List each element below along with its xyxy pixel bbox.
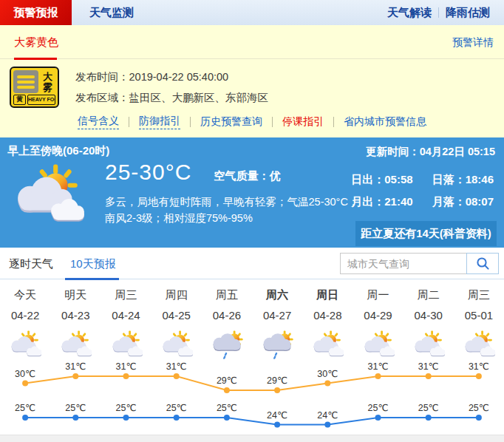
svg-text:25℃: 25℃ [166, 403, 187, 413]
forecast-date: 04-28 [302, 309, 353, 322]
tab-weather-monitor[interactable]: 天气监测 [72, 0, 151, 25]
moonset-time: 月落：08:07 [432, 195, 494, 209]
forecast-tab-row: 逐时天气 10天预报 [0, 248, 504, 279]
city-weather-search [340, 253, 499, 274]
warning-tab-row: 大雾黄色 预警详情 [0, 25, 504, 59]
tab-fog-yellow-warning[interactable]: 大雾黄色 [14, 35, 58, 50]
top-nav-bar: 预警预报 天气监测 天气解读 降雨估测 [0, 0, 504, 25]
svg-text:29℃: 29℃ [267, 375, 287, 386]
svg-text:31℃: 31℃ [116, 362, 137, 372]
weather-icon [462, 330, 496, 359]
svg-text:25℃: 25℃ [469, 403, 489, 413]
forecast-period-label: 早上至傍晚(06-20时) [7, 144, 109, 158]
publish-area-value: 盐田区、大鹏新区、东部海区 [129, 92, 269, 103]
link-province-warning-info[interactable]: 省内城市预警信息 [344, 115, 426, 129]
svg-text:24℃: 24℃ [317, 410, 338, 421]
weather-icon [260, 330, 294, 359]
current-weather-section: 早上至傍晚(06-20时) 更新时间：04月22日 05:15 25-30°C … [0, 137, 504, 248]
svg-text:31℃: 31℃ [469, 362, 489, 372]
forecast-day: 周四 [151, 288, 202, 302]
warning-info: 发布时间：2019-04-22 05:40:00 发布区域：盐田区、大鹏新区、东… [75, 67, 268, 108]
svg-text:25℃: 25℃ [217, 403, 237, 413]
weather-icon [58, 330, 92, 359]
update-time: 更新时间：04月22日 05:15 [366, 145, 495, 159]
fog-en-label: HEAVY FOG [27, 95, 55, 105]
sun-moon-times: 日出：05:58 日落：18:46 月出：21:40 月落：08:07 [351, 173, 494, 209]
nav-right-links: 天气解读 降雨估测 [381, 0, 497, 25]
active-tab-underline [65, 278, 119, 280]
tab-warning-forecast-label: 预警预报 [14, 6, 58, 20]
temperature-line-chart: 30℃31℃31℃31℃29℃29℃30℃31℃31℃31℃25℃25℃25℃2… [0, 362, 504, 435]
forecast-date: 04-27 [252, 309, 302, 322]
publish-time-line: 发布时间：2019-04-22 05:40:00 [75, 67, 268, 87]
forecast-icons [0, 327, 504, 361]
svg-text:31℃: 31℃ [65, 362, 86, 372]
tab-ten-day-forecast[interactable]: 10天预报 [70, 257, 116, 271]
forecast-date: 04-23 [50, 309, 101, 322]
weather-description-line1: 多云，局地有短时阵雨，早晚有轻雾；气温25-30°C； [105, 194, 358, 210]
link-history-query[interactable]: 历史预警查询 [200, 115, 262, 129]
air-quality-value: 优 [269, 169, 280, 182]
forecast-day: 周一 [353, 288, 403, 302]
warning-section: 大雾黄色 预警详情 大雾 黄 HEAVY FOG 发布时间：2019-04-22… [0, 25, 504, 137]
link-class-suspension[interactable]: 停课指引 [282, 115, 324, 129]
fog-cn-label: 大雾 [40, 70, 55, 93]
forecast-date: 04-29 [353, 309, 403, 322]
temp-row: 25-30°C 空气质量：优 [105, 160, 280, 185]
search-input[interactable] [340, 253, 467, 274]
weather-icon [109, 330, 143, 359]
active-tab-underline [14, 58, 57, 60]
sunrise-time: 日出：05:58 [351, 173, 412, 187]
fog-level-label: 黄 [13, 95, 26, 105]
link-rain-estimate[interactable]: 降雨估测 [439, 6, 497, 20]
solar-term-note-button[interactable]: 距立夏还有14天(科普资料) [355, 221, 497, 246]
svg-text:31℃: 31℃ [418, 362, 439, 372]
forecast-date: 05-01 [454, 309, 504, 322]
bottom-divider-strip [0, 435, 504, 442]
forecast-date: 04-24 [101, 309, 151, 322]
search-button[interactable] [466, 253, 499, 274]
publish-time-value: 2019-04-22 05:40:00 [129, 71, 229, 83]
forecast-day: 周三 [101, 288, 151, 302]
link-defense-guide[interactable]: 防御指引 [139, 115, 180, 129]
forecast-day: 明天 [50, 288, 101, 302]
svg-text:25℃: 25℃ [418, 403, 439, 413]
svg-text:25℃: 25℃ [116, 403, 137, 413]
forecast-date: 04-30 [403, 309, 454, 322]
search-icon [476, 256, 490, 271]
svg-text:25℃: 25℃ [15, 403, 35, 413]
forecast-day: 周六 [252, 288, 302, 302]
temperature-range: 25-30°C [105, 160, 191, 185]
link-weather-interpret[interactable]: 天气解读 [381, 6, 438, 20]
tab-warning-forecast[interactable]: 预警预报 [0, 0, 72, 25]
svg-text:31℃: 31℃ [368, 362, 389, 372]
moonrise-time: 月出：21:40 [351, 195, 412, 209]
forecast-day-labels: 今天 明天 周三 周四 周五 周六 周日 周一 周二 周三 [0, 288, 504, 302]
weather-icon [160, 330, 194, 359]
sunset-time: 日落：18:46 [432, 173, 494, 187]
weather-icon [412, 330, 446, 359]
tab-hourly-weather[interactable]: 逐时天气 [9, 257, 53, 271]
warning-links-row: 信号含义 防御指引 历史预警查询 停课指引 省内城市预警信息 [0, 115, 504, 129]
svg-text:30℃: 30℃ [317, 369, 338, 379]
tab-weather-monitor-label: 天气监测 [89, 6, 134, 20]
fog-lines-glyph [13, 70, 38, 93]
partly-cloudy-icon [10, 164, 86, 228]
svg-text:24℃: 24℃ [267, 410, 287, 421]
forecast-date: 04-26 [202, 309, 252, 322]
weather-icon [210, 330, 244, 359]
heavy-fog-yellow-warning-icon: 大雾 黄 HEAVY FOG [10, 67, 59, 108]
forecast-date: 04-25 [151, 309, 202, 322]
weather-icon [361, 330, 395, 359]
svg-text:29℃: 29℃ [217, 375, 237, 386]
svg-text:25℃: 25℃ [65, 403, 86, 413]
link-signal-meaning[interactable]: 信号含义 [78, 115, 119, 129]
weather-description-line2: 南风2-3级；相对湿度75%-95% [105, 210, 358, 226]
publish-area-line: 发布区域：盐田区、大鹏新区、东部海区 [75, 87, 268, 108]
forecast-day: 周五 [202, 288, 252, 302]
warning-body: 大雾 黄 HEAVY FOG 发布时间：2019-04-22 05:40:00 … [10, 67, 268, 108]
forecast-dates: 04-22 04-23 04-24 04-25 04-26 04-27 04-2… [0, 309, 504, 322]
weather-icon [8, 330, 42, 359]
warning-detail-link[interactable]: 预警详情 [452, 36, 494, 50]
air-quality: 空气质量：优 [214, 169, 280, 183]
